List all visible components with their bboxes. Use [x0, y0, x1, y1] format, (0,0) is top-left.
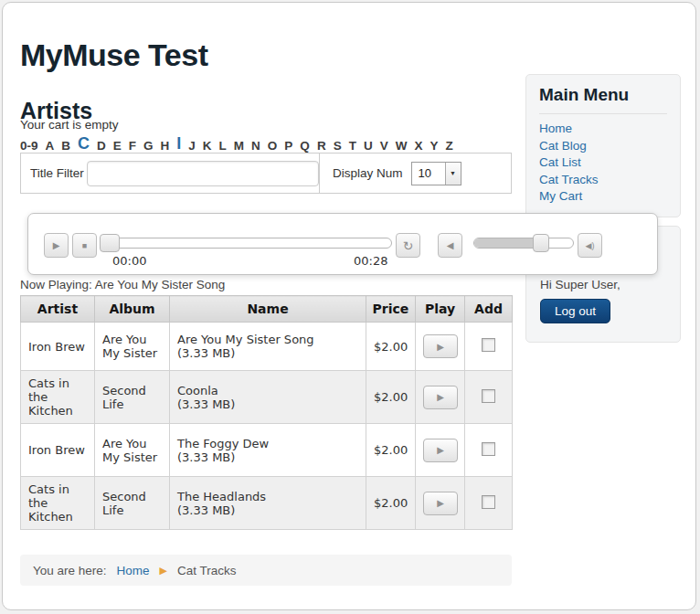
play-icon: ▶: [437, 445, 444, 455]
display-num-select[interactable]: 10 ▼: [411, 162, 461, 185]
player-volume-button[interactable]: ◀): [578, 233, 602, 258]
album-cell: Second Life: [95, 371, 170, 424]
alpha-letter-o[interactable]: O: [268, 140, 278, 153]
alpha-letter-d[interactable]: D: [97, 140, 106, 153]
play-cell: ▶: [416, 371, 465, 424]
add-cell: [465, 323, 513, 371]
alpha-letter-b[interactable]: B: [61, 140, 70, 153]
player-stop-button[interactable]: ■: [72, 233, 97, 258]
display-num-label: Display Num: [333, 166, 403, 180]
add-checkbox[interactable]: [482, 442, 495, 456]
play-icon: ▶: [437, 392, 444, 402]
alpha-letter-v[interactable]: V: [380, 140, 388, 153]
breadcrumb-home-link[interactable]: Home: [117, 564, 150, 577]
sidebar-item-cat-list[interactable]: Cat List: [539, 154, 667, 172]
main-menu-module: Main Menu HomeCat BlogCat ListCat Tracks…: [525, 74, 681, 217]
title-filter-label: Title Filter: [30, 166, 87, 180]
alpha-letter-j[interactable]: J: [188, 140, 196, 153]
sidebar-item-cat-tracks[interactable]: Cat Tracks: [539, 172, 667, 189]
track-size: (3.33 MB): [177, 503, 358, 517]
price-cell: $2.00: [366, 424, 416, 477]
alpha-letter-k[interactable]: K: [203, 140, 212, 153]
table-row: Iron BrewAre You My SisterThe Foggy Dew(…: [21, 424, 513, 477]
player-mute-button[interactable]: ◀: [438, 233, 462, 258]
alpha-letter-m[interactable]: M: [234, 140, 244, 153]
alpha-letter-h[interactable]: H: [161, 140, 170, 153]
display-num-group: Display Num 10 ▼: [319, 154, 511, 193]
alpha-letter-i[interactable]: I: [176, 135, 181, 152]
alpha-letter-g[interactable]: G: [143, 140, 154, 153]
table-row: Iron BrewAre You My SisterAre You My Sis…: [21, 323, 513, 371]
album-cell: Second Life: [95, 477, 170, 530]
player-play-button[interactable]: ▶: [44, 233, 69, 258]
breadcrumb: You are here: Home ▶ Cat Tracks: [20, 555, 512, 586]
row-play-button[interactable]: ▶: [423, 439, 458, 462]
alpha-letter-x[interactable]: X: [414, 140, 422, 153]
add-checkbox[interactable]: [482, 389, 495, 403]
seek-handle[interactable]: [100, 234, 120, 252]
alpha-letter-y[interactable]: Y: [430, 140, 438, 153]
player-loop-button[interactable]: ↻: [396, 233, 420, 258]
add-cell: [465, 371, 513, 424]
alpha-letter-a[interactable]: A: [46, 140, 55, 153]
breadcrumb-separator-icon: ▶: [160, 565, 167, 577]
sidebar-item-home[interactable]: Home: [539, 121, 667, 138]
alpha-letter-f[interactable]: F: [129, 140, 136, 153]
main-menu-list: HomeCat BlogCat ListCat TracksMy Cart: [539, 121, 667, 206]
alpha-letter-s[interactable]: S: [334, 140, 342, 153]
alpha-letter-w[interactable]: W: [396, 140, 408, 153]
alpha-letter-c[interactable]: C: [78, 135, 90, 152]
alpha-letter-e[interactable]: E: [113, 140, 122, 153]
alpha-letter-r[interactable]: R: [317, 140, 326, 153]
alpha-letter-0-9[interactable]: 0-9: [20, 140, 38, 153]
row-play-button[interactable]: ▶: [423, 386, 458, 409]
table-body: Iron BrewAre You My SisterAre You My Sis…: [21, 323, 513, 530]
track-size: (3.33 MB): [177, 450, 358, 464]
add-checkbox[interactable]: [482, 338, 495, 352]
seek-slider[interactable]: [100, 238, 392, 249]
artist-cell: Cats in the Kitchen: [21, 371, 95, 424]
logout-button[interactable]: Log out: [540, 299, 610, 323]
play-icon: ▶: [53, 240, 60, 250]
column-header-price: Price: [366, 296, 416, 323]
alpha-letter-u[interactable]: U: [364, 140, 373, 153]
title-filter-input[interactable]: [87, 161, 319, 186]
table-row: Cats in the KitchenSecond LifeCoonla(3.3…: [21, 371, 513, 424]
track-name: Coonla: [177, 384, 358, 397]
volume-fill: [474, 238, 540, 248]
chevron-down-icon: ▼: [445, 163, 461, 185]
alpha-letter-n[interactable]: N: [251, 140, 260, 153]
main-menu-title: Main Menu: [539, 85, 667, 114]
row-play-button[interactable]: ▶: [423, 334, 458, 358]
album-cell: Are You My Sister: [95, 323, 170, 371]
play-cell: ▶: [416, 424, 465, 477]
sidebar-item-my-cart[interactable]: My Cart: [539, 188, 667, 206]
audio-player: ▶ ■ 00:00 00:28 ↻ ◀ ◀): [27, 213, 658, 275]
loop-icon: ↻: [403, 238, 414, 253]
row-play-button[interactable]: ▶: [423, 492, 458, 515]
site-title: MyMuse Test: [20, 37, 207, 73]
filter-bar: Title Filter Display Num 10 ▼: [20, 153, 512, 194]
alpha-letter-t[interactable]: T: [349, 140, 356, 153]
volume-handle[interactable]: [533, 234, 549, 252]
sidebar-item-cat-blog[interactable]: Cat Blog: [539, 138, 667, 155]
alpha-letter-l[interactable]: L: [219, 140, 227, 153]
alpha-letter-q[interactable]: Q: [300, 140, 310, 153]
column-header-album: Album: [95, 296, 170, 323]
album-cell: Are You My Sister: [95, 424, 170, 477]
play-cell: ▶: [416, 477, 465, 530]
name-cell: Are You My Sister Song(3.33 MB): [170, 323, 366, 371]
column-header-artist: Artist: [21, 296, 95, 323]
table-header-row: ArtistAlbumNamePricePlayAdd: [21, 296, 513, 323]
artist-cell: Iron Brew: [21, 424, 95, 477]
breadcrumb-current: Cat Tracks: [177, 564, 237, 577]
column-header-add: Add: [465, 296, 513, 323]
name-cell: The Headlands(3.33 MB): [170, 477, 366, 530]
alpha-letter-z[interactable]: Z: [445, 140, 452, 153]
column-header-name: Name: [170, 296, 366, 323]
track-size: (3.33 MB): [177, 397, 358, 411]
volume-slider[interactable]: [473, 238, 574, 249]
alpha-letter-p[interactable]: P: [284, 140, 292, 153]
add-checkbox[interactable]: [482, 495, 495, 509]
alphabet-filter: 0-9ABCDEFGHIJKLMNOPQRSTUVWXYZ: [20, 130, 495, 152]
